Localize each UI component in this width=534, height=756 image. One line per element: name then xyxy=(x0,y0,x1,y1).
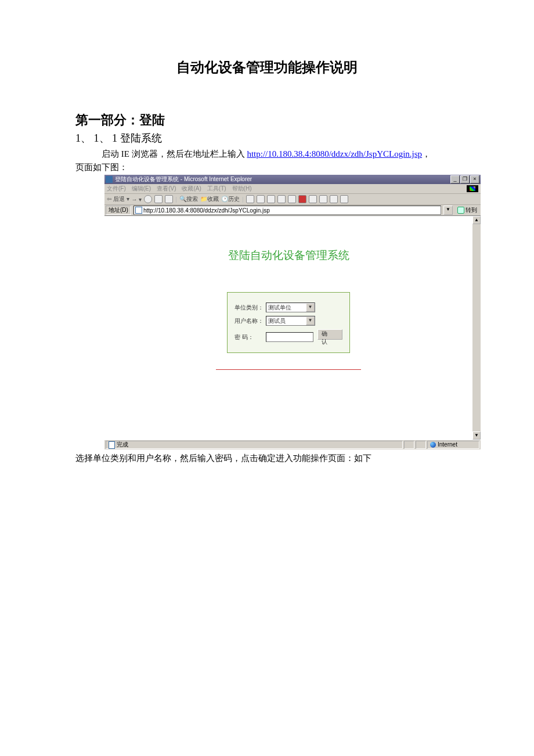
address-dropdown-button[interactable]: ▼ xyxy=(443,206,453,215)
chevron-down-icon: ▼ xyxy=(306,316,315,325)
close-button[interactable]: × xyxy=(470,175,479,183)
mail-icon[interactable] xyxy=(246,195,254,203)
paragraph-after: 选择单位类别和用户名称，然后输入密码，点击确定进入功能操作页面：如下 xyxy=(75,453,459,464)
paragraph-caption: 页面如下图： xyxy=(75,161,459,174)
menu-file[interactable]: 文件(F) xyxy=(107,185,126,193)
password-label: 密 码： xyxy=(233,327,265,347)
forward-button[interactable]: → ▾ xyxy=(132,196,142,203)
address-input[interactable]: http://10.180.38.4:8080/ddzx/zdh/JspYCLo… xyxy=(134,206,441,215)
status-done-text: 完成 xyxy=(117,441,128,449)
toolbar: ⇦ 后退 ▾ → ▾ | 🔍搜索 📁收藏 🕑历史 | xyxy=(104,194,481,205)
scroll-down-button[interactable]: ▼ xyxy=(472,431,481,440)
subsection-title: 1、 1、 1 登陆系统 xyxy=(75,131,459,145)
window-title: 登陆自动化设备管理系统 - Microsoft Internet Explore… xyxy=(115,175,450,183)
status-text-pane: 完成 xyxy=(106,441,403,449)
extra2-icon[interactable] xyxy=(298,195,306,203)
ie-screenshot: 登陆自动化设备管理系统 - Microsoft Internet Explore… xyxy=(104,175,481,449)
search-button[interactable]: 🔍搜索 xyxy=(179,195,198,203)
para-text-pre: 启动 IE 浏览器，然后在地址栏上输入 xyxy=(102,149,247,159)
window-titlebar: 登陆自动化设备管理系统 - Microsoft Internet Explore… xyxy=(104,175,481,184)
ie-brand-icon xyxy=(467,185,478,192)
menu-help[interactable]: 帮助(H) xyxy=(232,185,252,193)
extra3-icon[interactable] xyxy=(309,195,317,203)
history-button[interactable]: 🕑历史 xyxy=(221,195,240,203)
address-bar: 地址(D) http://10.180.38.4:8080/ddzx/zdh/J… xyxy=(104,205,481,216)
password-input[interactable] xyxy=(266,332,313,342)
unit-type-select[interactable]: 测试单位 ▼ xyxy=(266,303,315,312)
extra1-icon[interactable] xyxy=(288,195,296,203)
status-pane-2 xyxy=(404,441,414,449)
zone-text: Internet xyxy=(438,441,457,449)
unit-type-value: 测试单位 xyxy=(268,304,291,312)
status-pane-3 xyxy=(416,441,426,449)
address-value: http://10.180.38.4:8080/ddzx/zdh/JspYCLo… xyxy=(143,207,270,214)
zone-pane: Internet xyxy=(427,441,479,449)
confirm-button[interactable]: 确 认 xyxy=(317,329,342,340)
extra5-icon[interactable] xyxy=(330,195,338,203)
go-button[interactable]: 转到 xyxy=(455,206,479,214)
page-icon xyxy=(135,207,142,214)
refresh-icon[interactable] xyxy=(154,195,163,203)
extra4-icon[interactable] xyxy=(319,195,327,203)
menu-view[interactable]: 查看(V) xyxy=(157,185,176,193)
login-url-link[interactable]: http://10.180.38.4:8080/ddzx/zdh/JspYCLo… xyxy=(247,149,422,159)
menu-edit[interactable]: 编辑(E) xyxy=(132,185,151,193)
username-label: 用户名称： xyxy=(233,314,265,327)
back-button[interactable]: ⇦ 后退 ▾ xyxy=(107,195,129,203)
internet-zone-icon xyxy=(430,442,436,448)
menu-tools[interactable]: 工具(T) xyxy=(207,185,226,193)
section-title: 第一部分：登陆 xyxy=(75,111,459,129)
favorites-button[interactable]: 📁收藏 xyxy=(200,195,219,203)
home-icon[interactable] xyxy=(165,195,173,203)
scroll-up-button[interactable]: ▲ xyxy=(472,216,481,224)
print-icon[interactable] xyxy=(257,195,265,203)
ie-app-icon xyxy=(106,176,113,183)
unit-type-label: 单位类别： xyxy=(233,301,265,314)
browser-content: ▲ ▼ 登陆自动化设备管理系统 单位类别： 测试单位 ▼ xyxy=(104,216,481,440)
login-form: 单位类别： 测试单位 ▼ 用户名称： 测试 xyxy=(227,292,350,353)
discuss-icon[interactable] xyxy=(277,195,286,203)
document-title: 自动化设备管理功能操作说明 xyxy=(75,58,459,77)
username-select[interactable]: 测试员 ▼ xyxy=(266,316,315,326)
menu-bar: 文件(F) 编辑(E) 查看(V) 收藏(A) 工具(T) 帮助(H) xyxy=(104,184,481,194)
username-value: 测试员 xyxy=(268,317,286,325)
chevron-down-icon: ▼ xyxy=(306,303,315,312)
menu-favorites[interactable]: 收藏(A) xyxy=(182,185,201,193)
paragraph-intro: 启动 IE 浏览器，然后在地址栏上输入 http://10.180.38.4:8… xyxy=(75,147,459,161)
go-icon xyxy=(457,207,464,214)
stop-icon[interactable] xyxy=(144,195,152,203)
maximize-button[interactable]: ❐ xyxy=(460,175,470,183)
document-icon xyxy=(109,441,115,449)
address-label: 地址(D) xyxy=(106,206,131,215)
login-page-heading: 登陆自动化设备管理系统 xyxy=(104,216,472,263)
divider-line xyxy=(216,369,361,370)
status-bar: 完成 Internet xyxy=(104,440,481,449)
para-text-post: ， xyxy=(422,149,431,159)
edit-icon[interactable] xyxy=(267,195,275,203)
extra6-icon[interactable] xyxy=(340,195,348,203)
go-label: 转到 xyxy=(466,206,477,214)
minimize-button[interactable]: _ xyxy=(450,175,460,183)
